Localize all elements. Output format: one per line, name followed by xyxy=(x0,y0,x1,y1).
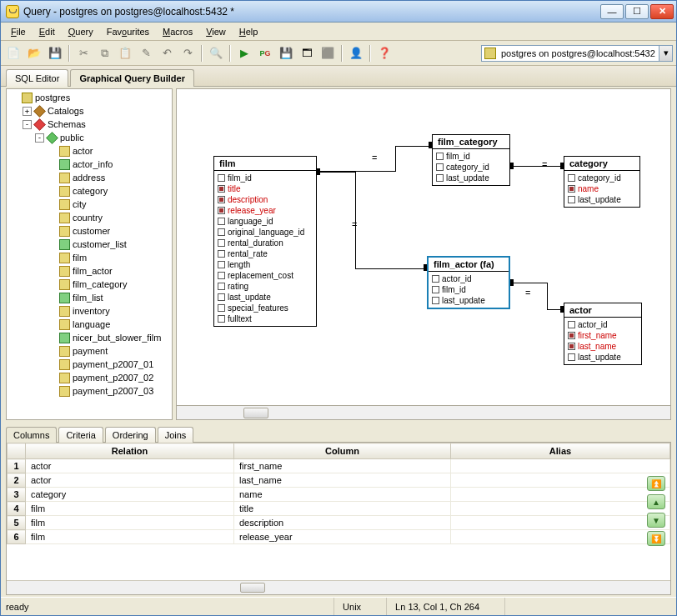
grid-hscrollbar[interactable] xyxy=(7,580,670,594)
tree-item-country[interactable]: country xyxy=(10,211,170,224)
save-icon[interactable]: 💾 xyxy=(46,44,64,63)
checkbox-icon[interactable] xyxy=(218,261,225,268)
tree-item-film_actor[interactable]: film_actor xyxy=(10,264,170,278)
menu-favourites[interactable]: Favourites xyxy=(100,24,156,39)
checkbox-icon[interactable] xyxy=(218,174,225,182)
cell-column[interactable]: first_name xyxy=(234,459,451,473)
run-icon[interactable]: ▶ xyxy=(235,44,253,63)
move-down-button[interactable]: ▼ xyxy=(647,513,665,528)
entity-column[interactable]: release_year xyxy=(218,205,313,216)
checkbox-icon[interactable] xyxy=(218,207,225,214)
col-header-column[interactable]: Column xyxy=(234,443,451,459)
table-row[interactable]: 4filmtitle xyxy=(8,502,670,516)
tree-item-address[interactable]: address xyxy=(10,171,170,184)
cell-relation[interactable]: actor xyxy=(26,473,234,488)
entity-column[interactable]: last_name xyxy=(568,341,638,352)
entity-column[interactable]: special_features xyxy=(218,303,313,313)
connection-combo[interactable]: postgres on postgres@localhost:5432 ▾ xyxy=(481,45,673,62)
entity-category[interactable]: category category_idnamelast_update xyxy=(564,156,640,208)
copy-icon[interactable]: ⧉ xyxy=(95,44,113,63)
tree-item-inventory[interactable]: inventory xyxy=(10,304,170,318)
entity-actor[interactable]: actor actor_idfirst_namelast_namelast_up… xyxy=(564,303,642,365)
checkbox-icon[interactable] xyxy=(218,304,225,312)
scrollbar-thumb[interactable] xyxy=(240,583,265,593)
checkbox-icon[interactable] xyxy=(568,353,575,361)
close-button[interactable]: ✕ xyxy=(650,4,674,19)
columns-grid[interactable]: Relation Column Alias 1actorfirst_name2a… xyxy=(7,443,670,544)
table-row[interactable]: 3categoryname xyxy=(8,488,670,502)
move-up-button[interactable]: ▲ xyxy=(647,494,665,509)
entity-title[interactable]: film_category xyxy=(433,135,509,149)
checkbox-icon[interactable] xyxy=(218,228,225,236)
cell-alias[interactable] xyxy=(451,473,670,488)
table-row[interactable]: 6filmrelease_year xyxy=(8,530,670,544)
checkbox-icon[interactable] xyxy=(218,196,225,203)
checkbox-icon[interactable] xyxy=(436,153,444,160)
entity-film-category[interactable]: film_category film_idcategory_idlast_upd… xyxy=(432,134,510,186)
run-pgscript-icon[interactable]: PG xyxy=(256,44,274,63)
col-header-relation[interactable]: Relation xyxy=(26,443,234,459)
entity-title[interactable]: film xyxy=(214,157,316,171)
expander-icon[interactable]: + xyxy=(23,107,32,116)
redo-icon[interactable]: ↷ xyxy=(178,44,197,63)
entity-column[interactable]: last_update xyxy=(568,352,638,363)
checkbox-icon[interactable] xyxy=(218,185,225,193)
tree-item-customer[interactable]: customer xyxy=(10,224,170,238)
entity-film-actor[interactable]: film_actor (fa) actor_idfilm_idlast_upda… xyxy=(427,256,510,309)
checkbox-icon[interactable] xyxy=(218,218,225,225)
tab-criteria[interactable]: Criteria xyxy=(58,427,103,443)
entity-column[interactable]: title xyxy=(218,183,313,194)
entity-column[interactable]: name xyxy=(568,183,636,194)
checkbox-icon[interactable] xyxy=(568,332,575,339)
tab-graphical-query-builder[interactable]: Graphical Query Builder xyxy=(70,69,194,87)
cell-alias[interactable] xyxy=(451,516,670,530)
maximize-button[interactable]: ☐ xyxy=(625,4,649,19)
entity-column[interactable]: actor_id xyxy=(432,273,505,284)
cell-column[interactable]: description xyxy=(234,516,451,530)
entity-column[interactable]: fulltext xyxy=(218,313,313,324)
schema-browser[interactable]: postgres+Catalogs-Schemas-publicactoract… xyxy=(6,88,173,420)
checkbox-icon[interactable] xyxy=(432,275,439,283)
chevron-down-icon[interactable]: ▾ xyxy=(659,46,672,61)
explain-icon[interactable]: 🗔 xyxy=(298,44,316,63)
cell-alias[interactable] xyxy=(451,502,670,516)
commit-icon[interactable]: 👤 xyxy=(347,44,365,63)
checkbox-icon[interactable] xyxy=(432,297,439,304)
entity-title[interactable]: category xyxy=(564,157,639,171)
checkbox-icon[interactable] xyxy=(568,321,575,328)
checkbox-icon[interactable] xyxy=(436,174,444,182)
entity-column[interactable]: language_id xyxy=(218,216,313,227)
paste-icon[interactable]: 📋 xyxy=(116,44,134,63)
checkbox-icon[interactable] xyxy=(568,174,575,182)
checkbox-icon[interactable] xyxy=(218,239,225,247)
tab-ordering[interactable]: Ordering xyxy=(105,427,156,443)
minimize-button[interactable]: — xyxy=(600,4,624,19)
tree-item-actor_info[interactable]: actor_info xyxy=(10,158,170,171)
entity-column[interactable]: original_language_id xyxy=(218,227,313,238)
checkbox-icon[interactable] xyxy=(218,250,225,258)
scrollbar-thumb[interactable] xyxy=(243,408,268,418)
cell-column[interactable]: release_year xyxy=(234,530,451,544)
cell-alias[interactable] xyxy=(451,488,670,502)
tree-item-payment_p2007_03[interactable]: payment_p2007_03 xyxy=(10,384,170,398)
table-row[interactable]: 5filmdescription xyxy=(8,516,670,530)
tree-item-customer_list[interactable]: customer_list xyxy=(10,238,170,251)
tree-item-payment_p2007_02[interactable]: payment_p2007_02 xyxy=(10,371,170,384)
entity-column[interactable]: first_name xyxy=(568,330,638,341)
cut-icon[interactable]: ✂ xyxy=(74,44,93,63)
new-icon[interactable]: 📄 xyxy=(4,44,23,63)
checkbox-icon[interactable] xyxy=(432,286,439,293)
tree-item-category[interactable]: category xyxy=(10,184,170,198)
entity-column[interactable]: last_update xyxy=(432,295,505,306)
titlebar[interactable]: Query - postgres on postgres@localhost:5… xyxy=(1,1,676,23)
entity-column[interactable]: rating xyxy=(218,281,313,292)
cell-column[interactable]: name xyxy=(234,488,451,502)
entity-column[interactable]: length xyxy=(218,259,313,270)
find-icon[interactable]: 🔍 xyxy=(207,44,225,63)
tree-item-film_category[interactable]: film_category xyxy=(10,278,170,291)
checkbox-icon[interactable] xyxy=(218,283,225,290)
tree-schemas[interactable]: -Schemas xyxy=(10,118,170,131)
tab-columns[interactable]: Columns xyxy=(6,427,57,443)
checkbox-icon[interactable] xyxy=(568,185,575,193)
cell-relation[interactable]: film xyxy=(26,516,234,530)
